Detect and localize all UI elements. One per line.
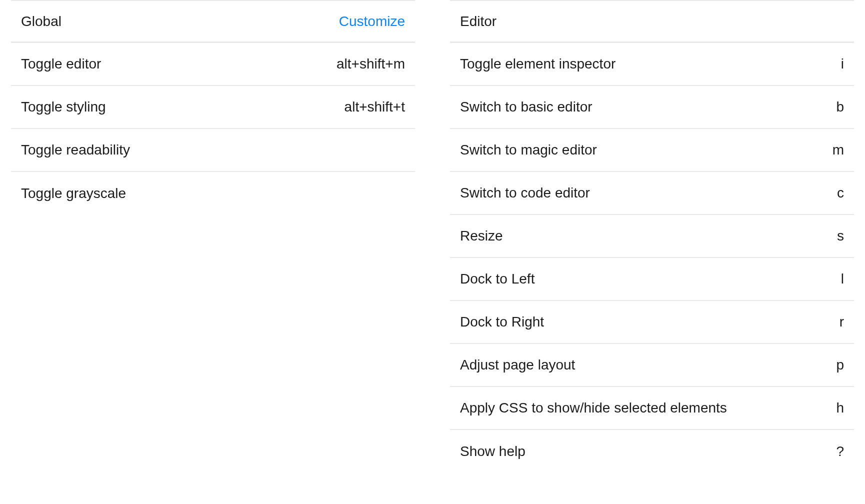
shortcut-key: h [836,400,844,416]
shortcut-label: Resize [460,228,837,244]
shortcut-key: p [836,357,844,373]
shortcut-label: Toggle readability [21,142,405,158]
global-section-header: Global Customize [11,0,415,43]
shortcut-key: l [841,271,844,287]
shortcut-label: Dock to Right [460,314,840,330]
shortcut-label: Dock to Left [460,271,841,287]
shortcut-label: Toggle element inspector [460,56,841,72]
shortcut-label: Switch to code editor [460,185,837,201]
shortcut-row[interactable]: Dock to Right r [450,301,854,344]
shortcut-row[interactable]: Toggle readability [11,129,415,172]
shortcut-row[interactable]: Apply CSS to show/hide selected elements… [450,387,854,430]
shortcut-label: Adjust page layout [460,357,836,373]
shortcut-row[interactable]: Toggle styling alt+shift+t [11,86,415,129]
shortcut-row[interactable]: Switch to code editor c [450,172,854,215]
shortcut-key: c [837,185,844,201]
shortcut-key: m [832,142,844,158]
shortcut-key: i [841,56,844,72]
editor-section-header: Editor [450,0,854,43]
shortcut-row[interactable]: Dock to Left l [450,258,854,301]
shortcut-label: Show help [460,444,836,460]
shortcut-key: ? [836,444,844,460]
shortcut-row[interactable]: Show help ? [450,430,854,473]
shortcut-row[interactable]: Toggle editor alt+shift+m [11,43,415,86]
editor-section: Editor Toggle element inspector i Switch… [450,0,854,473]
global-section: Global Customize Toggle editor alt+shift… [11,0,415,473]
shortcut-row[interactable]: Switch to basic editor b [450,86,854,129]
shortcut-key: b [836,99,844,115]
shortcut-key: s [837,228,844,244]
shortcut-key: alt+shift+m [336,56,405,72]
shortcut-label: Toggle editor [21,56,336,72]
shortcut-key: r [840,314,844,330]
shortcut-label: Switch to basic editor [460,99,836,115]
shortcut-row[interactable]: Resize s [450,215,854,258]
shortcut-key: alt+shift+t [344,99,405,115]
shortcut-row[interactable]: Toggle element inspector i [450,43,854,86]
shortcut-row[interactable]: Adjust page layout p [450,344,854,387]
shortcuts-panel: Global Customize Toggle editor alt+shift… [0,0,865,473]
shortcut-label: Toggle grayscale [21,186,405,202]
shortcut-label: Toggle styling [21,99,344,115]
shortcut-row[interactable]: Switch to magic editor m [450,129,854,172]
shortcut-row[interactable]: Toggle grayscale [11,172,415,215]
customize-link[interactable]: Customize [339,14,405,30]
shortcut-label: Apply CSS to show/hide selected elements [460,400,836,416]
shortcut-label: Switch to magic editor [460,142,832,158]
global-section-title: Global [21,14,62,30]
editor-section-title: Editor [460,14,496,30]
